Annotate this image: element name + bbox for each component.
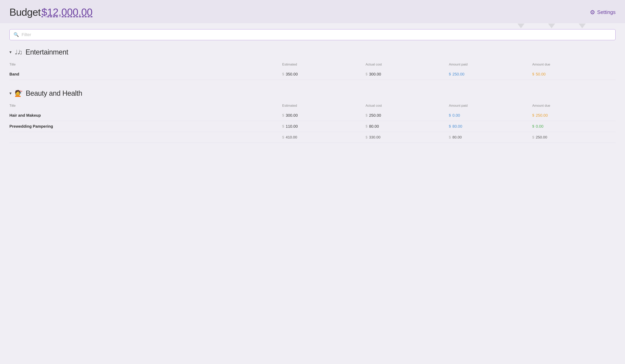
beauty-health-table: Title Estimated Actual cost Amount paid … [9, 102, 616, 143]
budget-label: Budget [9, 6, 41, 18]
estimated-value: 300.00 [286, 113, 298, 118]
row-actual-cost: $ 250.00 [366, 110, 449, 121]
dollar-sign-green-icon: $ [532, 124, 534, 128]
col-title: Title [9, 61, 282, 69]
row-amount-paid: $ 0.00 [449, 110, 532, 121]
col-amount-paid: Amount paid [449, 61, 532, 69]
amount-due-value: 250.00 [536, 113, 548, 118]
sort-arrows-decoration [517, 24, 586, 28]
settings-label: Settings [597, 9, 616, 15]
table-row: Hair and Makeup $ 300.00 $ 250.00 [9, 110, 616, 121]
col-estimated: Estimated [282, 102, 366, 110]
row-title: Hair and Makeup [9, 110, 282, 121]
settings-button[interactable]: ⚙ Settings [590, 9, 616, 16]
filter-search-icon: 🔍 [14, 32, 19, 37]
row-estimated: $ 300.00 [282, 110, 366, 121]
music-icon: ♩𝅗𝅥♫ [15, 48, 22, 56]
totals-amount-paid-value: 80.00 [452, 135, 462, 140]
table-row: Band $ 350.00 $ 300.00 [9, 69, 616, 80]
budget-amount[interactable]: $12,000.00 [41, 6, 93, 18]
dollar-sign-icon: $ [532, 135, 534, 140]
col-title: Title [9, 102, 282, 110]
totals-estimated-value: 410.00 [286, 135, 297, 140]
dollar-sign-blue-icon: $ [449, 72, 451, 76]
entertainment-section: ▾ ♩𝅗𝅥♫ Entertainment Title Estimated Act… [9, 48, 616, 80]
amount-due-value: 0.00 [536, 124, 543, 129]
amount-paid-value: 80.00 [452, 124, 462, 129]
dollar-sign-icon: $ [282, 124, 284, 128]
totals-actual-cost-value: 330.00 [369, 135, 380, 140]
col-amount-paid: Amount paid [449, 102, 532, 110]
dollar-sign-blue-icon: $ [449, 124, 451, 128]
col-estimated: Estimated [282, 61, 366, 69]
beauty-health-section: ▾ 💇 Beauty and Health Title Estimated Ac… [9, 89, 616, 143]
row-amount-due: $ 50.00 [532, 69, 616, 80]
dollar-sign-icon: $ [449, 135, 451, 140]
dollar-sign-icon: $ [282, 113, 284, 117]
actual-cost-value: 80.00 [369, 124, 379, 129]
col-amount-due: Amount due [532, 61, 616, 69]
entertainment-table-header-row: Title Estimated Actual cost Amount paid … [9, 61, 616, 69]
main-content: 🔍 ▾ ♩𝅗𝅥♫ Entertainment Title Estimated A… [0, 23, 625, 159]
entertainment-collapse-button[interactable]: ▾ [9, 50, 12, 55]
dollar-sign-icon: $ [366, 72, 368, 76]
row-amount-paid: $ 250.00 [449, 69, 532, 80]
totals-label [9, 132, 282, 143]
gear-icon: ⚙ [590, 9, 595, 16]
estimated-value: 350.00 [286, 72, 298, 77]
beauty-health-table-header-row: Title Estimated Actual cost Amount paid … [9, 102, 616, 110]
totals-estimated: $ 410.00 [282, 132, 366, 143]
row-amount-due: $ 250.00 [532, 110, 616, 121]
chevron-down-icon: ▾ [9, 91, 12, 96]
table-row: Prewedding Pampering $ 110.00 $ 80.00 [9, 121, 616, 132]
beauty-health-collapse-button[interactable]: ▾ [9, 91, 12, 96]
entertainment-title: Entertainment [26, 48, 68, 56]
actual-cost-value: 250.00 [369, 113, 381, 118]
dollar-sign-icon: $ [282, 135, 284, 140]
col-amount-due: Amount due [532, 102, 616, 110]
amount-paid-value: 0.00 [452, 113, 460, 118]
dollar-sign-icon: $ [366, 135, 368, 140]
entertainment-header: ▾ ♩𝅗𝅥♫ Entertainment [9, 48, 616, 56]
dollar-sign-icon: $ [366, 113, 368, 117]
dollar-sign-icon: $ [366, 124, 368, 128]
entertainment-table: Title Estimated Actual cost Amount paid … [9, 61, 616, 80]
amount-paid-value: 250.00 [452, 72, 465, 77]
totals-amount-paid: $ 80.00 [449, 132, 532, 143]
row-estimated: $ 350.00 [282, 69, 366, 80]
totals-amount-due: $ 250.00 [532, 132, 616, 143]
beauty-health-title: Beauty and Health [26, 89, 82, 97]
page-header: Budget $12,000.00 ⚙ Settings [0, 0, 625, 23]
row-actual-cost: $ 80.00 [366, 121, 449, 132]
row-amount-paid: $ 80.00 [449, 121, 532, 132]
hairdryer-icon: 💇 [15, 90, 23, 97]
row-title: Prewedding Pampering [9, 121, 282, 132]
estimated-value: 110.00 [286, 124, 298, 129]
budget-title-area: Budget $12,000.00 [9, 6, 93, 18]
col-actual-cost: Actual cost [366, 102, 449, 110]
dollar-sign-blue-icon: $ [449, 113, 451, 117]
dollar-sign-icon: $ [282, 72, 284, 76]
filter-input[interactable] [22, 32, 611, 37]
totals-amount-due-value: 250.00 [536, 135, 547, 140]
filter-bar: 🔍 [9, 29, 616, 40]
dollar-sign-orange-icon: $ [532, 72, 534, 76]
row-title: Band [9, 69, 282, 80]
totals-row: $ 410.00 $ 330.00 $ 80.00 [9, 132, 616, 143]
actual-cost-value: 300.00 [369, 72, 381, 77]
row-estimated: $ 110.00 [282, 121, 366, 132]
col-actual-cost: Actual cost [366, 61, 449, 69]
totals-actual-cost: $ 330.00 [366, 132, 449, 143]
row-amount-due: $ 0.00 [532, 121, 616, 132]
dollar-sign-orange-icon: $ [532, 113, 534, 117]
amount-due-value: 50.00 [536, 72, 545, 77]
row-actual-cost: $ 300.00 [366, 69, 449, 80]
beauty-health-header: ▾ 💇 Beauty and Health [9, 89, 616, 97]
chevron-down-icon: ▾ [9, 50, 12, 55]
